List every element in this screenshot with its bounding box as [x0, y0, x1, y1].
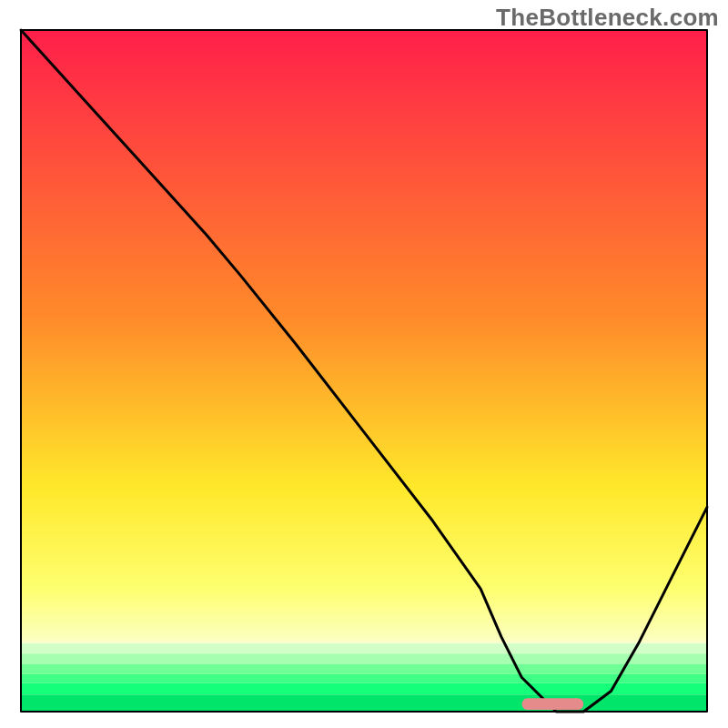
chart-container: TheBottleneck.com — [0, 0, 728, 728]
bottleneck-chart-canvas — [0, 0, 728, 728]
watermark-text: TheBottleneck.com — [496, 4, 719, 32]
